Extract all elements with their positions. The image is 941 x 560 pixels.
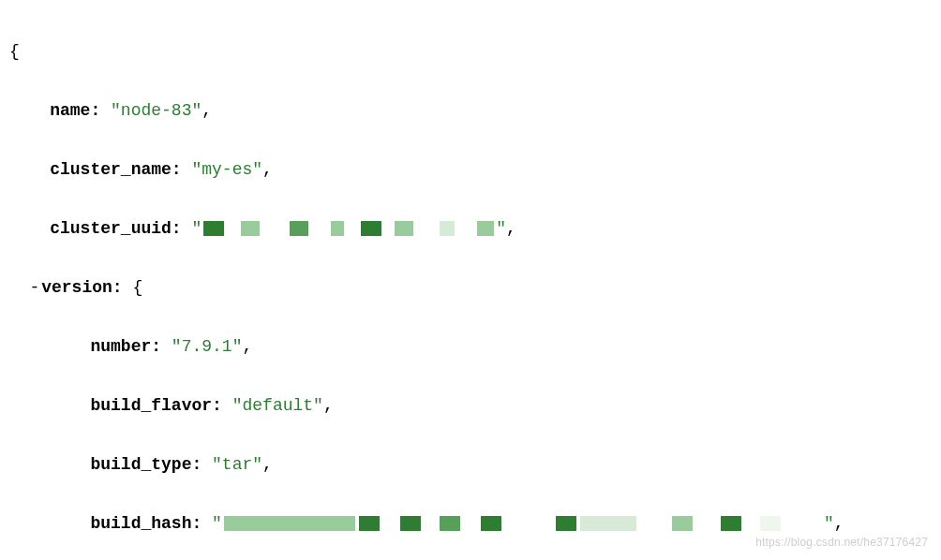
brace-open: { — [132, 278, 142, 297]
json-line: build_type: "tar", — [9, 450, 932, 480]
json-comma: , — [262, 160, 273, 179]
collapse-toggle[interactable]: - — [30, 273, 42, 303]
json-key: name: — [50, 101, 100, 120]
json-key: version: — [41, 278, 122, 297]
redaction-block — [556, 516, 576, 531]
redaction-block — [417, 221, 436, 236]
redaction-block — [745, 516, 756, 531]
json-key: build_flavor: — [90, 396, 221, 415]
json-line: cluster_uuid: "", — [9, 214, 932, 244]
redaction-block — [505, 516, 552, 531]
json-string: "tar" — [212, 455, 262, 474]
json-key: cluster_uuid: — [50, 219, 181, 238]
redaction-block — [640, 516, 668, 531]
redaction-block — [477, 221, 494, 236]
json-line: cluster_name: "my-es", — [9, 155, 932, 185]
redaction-block — [359, 516, 380, 531]
watermark-text: https://blog.csdn.net/he37176427 — [755, 533, 928, 553]
json-comma: , — [262, 455, 273, 474]
json-key: cluster_name: — [50, 160, 181, 179]
json-key: number: — [90, 337, 161, 356]
json-key: build_type: — [90, 455, 202, 474]
redaction-block — [425, 516, 436, 531]
redaction-block — [458, 221, 473, 236]
redaction-block — [400, 516, 421, 531]
redaction-block — [348, 221, 357, 236]
json-string: "7.9.1" — [172, 337, 243, 356]
redaction-block — [203, 221, 224, 236]
json-string: "node-83" — [111, 101, 202, 120]
redaction-block — [224, 516, 355, 531]
redaction-block — [312, 221, 327, 236]
redaction-block — [721, 516, 741, 531]
redaction-block — [383, 516, 396, 531]
redaction-block — [228, 221, 237, 236]
redaction-block — [290, 221, 308, 236]
json-line: { — [9, 37, 932, 67]
json-comma: , — [506, 219, 516, 238]
json-string: " — [824, 514, 834, 533]
redaction-block — [672, 516, 693, 531]
redaction-block — [361, 221, 381, 236]
redaction-block — [263, 221, 286, 236]
json-comma: , — [242, 337, 252, 356]
redaction-block — [696, 516, 717, 531]
json-string: " — [191, 219, 202, 238]
json-comma: , — [323, 396, 334, 415]
json-comma: , — [202, 101, 212, 120]
json-comma: , — [834, 514, 844, 533]
redaction-block — [760, 516, 781, 531]
redaction-block — [241, 221, 260, 236]
redaction-block — [440, 516, 460, 531]
redaction-block — [481, 516, 501, 531]
redaction-block — [580, 516, 636, 531]
json-string: " — [212, 514, 222, 533]
json-line: -version: { — [9, 273, 932, 303]
redaction-block — [395, 221, 413, 236]
json-line: build_flavor: "default", — [9, 391, 932, 421]
redaction-block — [784, 516, 822, 531]
json-string: "my-es" — [191, 160, 262, 179]
redaction-block — [331, 221, 344, 236]
json-string: " — [496, 219, 506, 238]
json-string: "default" — [232, 396, 323, 415]
json-key: build_hash: — [90, 514, 202, 533]
json-line: number: "7.9.1", — [9, 332, 932, 362]
redaction-block — [440, 221, 455, 236]
brace-open: { — [9, 42, 20, 61]
json-code-block: { name: "node-83", cluster_name: "my-es"… — [0, 0, 941, 560]
json-line: name: "node-83", — [9, 96, 932, 126]
redaction-block — [385, 221, 391, 236]
redaction-block — [464, 516, 477, 531]
